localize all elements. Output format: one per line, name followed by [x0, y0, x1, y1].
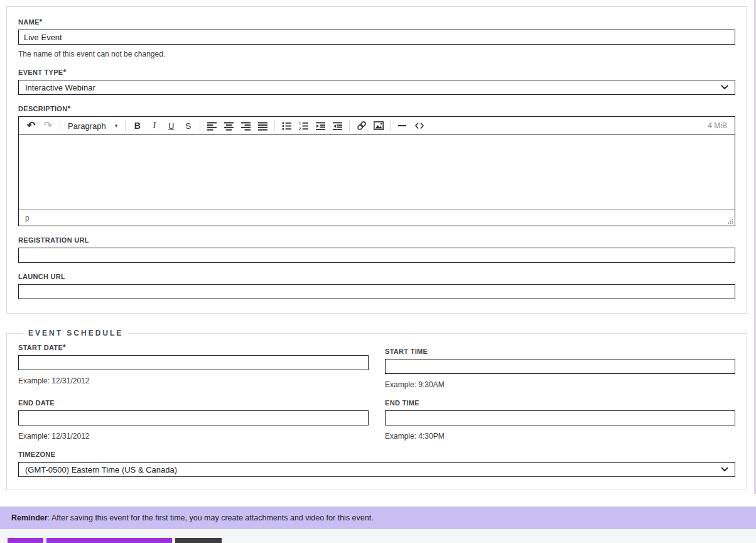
launch-url-input[interactable]: [18, 284, 735, 299]
end-time-input[interactable]: [385, 410, 735, 425]
indent-icon[interactable]: [313, 119, 328, 133]
end-date-input[interactable]: [18, 410, 369, 425]
chevron-down-icon: [721, 85, 728, 90]
editor-status-bar: p: [19, 209, 735, 226]
cancel-button[interactable]: CANCEL: [175, 538, 222, 543]
event-details-card: NAME* The name of this event can not be …: [6, 6, 747, 314]
link-icon[interactable]: [354, 119, 369, 133]
editor-size-limit: 4 MiB: [708, 121, 731, 130]
start-date-label: START DATE*: [18, 344, 369, 351]
rich-text-editor: ↶ ↷ Paragraph ▾ B I U S: [18, 116, 735, 226]
resize-grip-icon[interactable]: [727, 218, 733, 224]
image-icon[interactable]: [370, 119, 386, 133]
launch-url-field: LAUNCH URL: [18, 273, 735, 299]
timezone-select[interactable]: (GMT-0500) Eastern Time (US & Canada): [18, 462, 735, 477]
launch-url-label: LAUNCH URL: [18, 273, 735, 280]
reminder-prefix: Reminder: [11, 513, 48, 522]
registration-url-field: REGISTRATION URL: [18, 236, 735, 263]
toolbar-separator: [60, 120, 60, 131]
redo-icon[interactable]: ↷: [40, 119, 56, 133]
toolbar-separator: [274, 120, 275, 131]
bulleted-list-icon[interactable]: [279, 119, 294, 133]
toolbar-separator: [200, 120, 200, 131]
reminder-text: : After saving this event for the first …: [48, 513, 374, 522]
name-label: NAME*: [18, 18, 735, 26]
end-date-example: Example: 12/31/2012: [18, 432, 369, 441]
event-type-label: EVENT TYPE*: [18, 69, 735, 76]
code-icon[interactable]: [411, 119, 427, 133]
end-time-example: Example: 4:30PM: [385, 432, 735, 441]
event-schedule-legend: EVENT SCHEDULE: [23, 329, 128, 337]
event-type-selected-value: Interactive Webinar: [25, 83, 95, 92]
start-date-field: START DATE* Example: 12/31/2012: [18, 337, 369, 389]
strikethrough-icon[interactable]: S: [180, 119, 196, 133]
start-time-input[interactable]: [385, 359, 735, 374]
undo-icon[interactable]: ↶: [23, 119, 39, 133]
start-date-input[interactable]: [18, 355, 369, 370]
registration-url-input[interactable]: [18, 248, 735, 263]
reminder-banner: Reminder: After saving this event for th…: [0, 507, 756, 529]
justify-icon[interactable]: [255, 119, 271, 133]
align-center-icon[interactable]: [221, 119, 237, 133]
svg-text:1: 1: [299, 121, 301, 125]
chevron-down-icon: [721, 467, 728, 472]
action-bar: SAVE SAVE AND CONTINUE EDITING CANCEL: [0, 529, 756, 543]
name-help-text: The name of this event can not be change…: [18, 50, 735, 58]
end-time-field: END TIME Example: 4:30PM: [385, 389, 735, 441]
required-asterisk: *: [40, 18, 43, 26]
required-asterisk: *: [67, 104, 70, 113]
editor-toolbar: ↶ ↷ Paragraph ▾ B I U S: [19, 117, 735, 135]
paragraph-dropdown[interactable]: Paragraph ▾: [64, 119, 121, 133]
description-label: DESCRIPTION*: [18, 105, 735, 112]
event-type-select[interactable]: Interactive Webinar: [18, 80, 735, 95]
end-date-field: END DATE Example: 12/31/2012: [18, 389, 369, 441]
end-date-label: END DATE: [18, 399, 369, 407]
horizontal-rule-icon[interactable]: [394, 119, 410, 133]
end-time-label: END TIME: [385, 399, 735, 407]
start-date-example: Example: 12/31/2012: [18, 376, 369, 385]
start-time-field: START TIME Example: 9:30AM: [385, 337, 735, 389]
timezone-field: TIMEZONE (GMT-0500) Eastern Time (US & C…: [18, 451, 735, 477]
event-type-field: EVENT TYPE* Interactive Webinar: [18, 69, 735, 95]
name-field: NAME* The name of this event can not be …: [18, 18, 735, 58]
timezone-selected-value: (GMT-0500) Eastern Time (US & Canada): [25, 465, 177, 474]
save-button[interactable]: SAVE: [8, 538, 43, 543]
start-time-label: START TIME: [385, 348, 735, 355]
timezone-label: TIMEZONE: [18, 451, 735, 458]
align-left-icon[interactable]: [204, 119, 220, 133]
italic-icon[interactable]: I: [146, 119, 162, 133]
start-time-example: Example: 9:30AM: [385, 380, 735, 389]
name-input[interactable]: [18, 30, 735, 45]
underline-icon[interactable]: U: [163, 119, 179, 133]
bold-icon[interactable]: B: [129, 119, 145, 133]
registration-url-label: REGISTRATION URL: [18, 236, 735, 244]
toolbar-separator: [349, 120, 350, 131]
save-and-continue-button[interactable]: SAVE AND CONTINUE EDITING: [46, 538, 172, 543]
required-asterisk: *: [63, 68, 66, 77]
caret-down-icon: ▾: [115, 123, 118, 129]
element-path: p: [25, 214, 30, 222]
align-right-icon[interactable]: [238, 119, 254, 133]
toolbar-separator: [390, 120, 391, 131]
outdent-icon[interactable]: [330, 119, 345, 133]
description-field: DESCRIPTION* ↶ ↷ Paragraph ▾ B I U S: [18, 105, 735, 226]
svg-text:2: 2: [299, 127, 301, 131]
required-asterisk: *: [63, 343, 66, 352]
numbered-list-icon[interactable]: 12: [296, 119, 311, 133]
toolbar-separator: [125, 120, 126, 131]
event-schedule-fieldset: EVENT SCHEDULE START DATE* Example: 12/3…: [6, 329, 747, 490]
description-editable-area[interactable]: [19, 135, 735, 209]
